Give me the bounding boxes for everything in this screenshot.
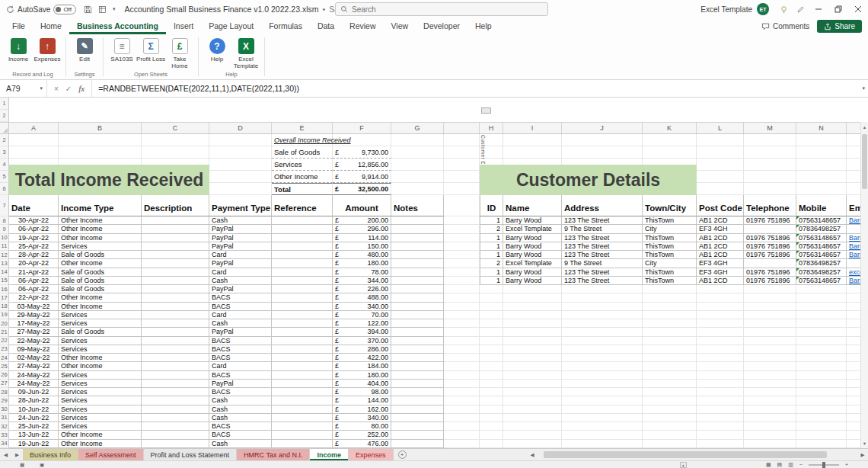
sheet-nav-left-icon[interactable]: ◀: [0, 449, 11, 460]
cell[interactable]: [744, 396, 796, 405]
cell[interactable]: 9 The Street: [562, 259, 643, 268]
cell[interactable]: 123 The Street: [562, 251, 643, 259]
cell[interactable]: [796, 159, 847, 171]
cell[interactable]: City: [643, 225, 697, 233]
cell[interactable]: [444, 159, 480, 171]
cell[interactable]: [444, 146, 480, 159]
row-header[interactable]: 6: [0, 183, 9, 195]
cell[interactable]: 21-Apr-22: [9, 268, 59, 277]
row-header[interactable]: 32: [0, 422, 9, 431]
cell[interactable]: £394.00: [333, 328, 391, 336]
cell[interactable]: [697, 159, 744, 171]
cell[interactable]: [480, 440, 503, 448]
cell[interactable]: [272, 345, 333, 354]
cell[interactable]: [391, 251, 444, 259]
cell[interactable]: [142, 388, 209, 396]
cell[interactable]: Sale of Goods: [59, 268, 142, 277]
cell[interactable]: [391, 183, 444, 195]
cell[interactable]: [444, 234, 480, 242]
cell[interactable]: ID: [480, 195, 503, 216]
cell[interactable]: £296.00: [333, 225, 391, 233]
cell[interactable]: 03-May-22: [9, 303, 59, 311]
cell[interactable]: 01976 751896: [744, 268, 796, 277]
cell[interactable]: [444, 171, 480, 183]
cell[interactable]: [391, 293, 444, 302]
cell[interactable]: [796, 319, 847, 328]
cell[interactable]: [744, 319, 796, 328]
cell[interactable]: [744, 311, 796, 319]
cell[interactable]: [480, 380, 503, 388]
cell[interactable]: Card: [209, 362, 272, 370]
cell[interactable]: Cash: [209, 319, 272, 328]
zoom-out-icon[interactable]: −: [799, 462, 803, 467]
cell[interactable]: [391, 380, 444, 388]
cell[interactable]: 123 The Street: [562, 234, 643, 242]
row-header[interactable]: 11: [0, 242, 9, 251]
cell[interactable]: [744, 328, 796, 336]
cell[interactable]: [503, 440, 562, 448]
cell[interactable]: City: [643, 259, 697, 268]
cell[interactable]: Total: [272, 183, 333, 195]
ribbon-tab-data[interactable]: Data: [310, 18, 342, 34]
cell[interactable]: 01976 751896: [744, 216, 796, 225]
cell[interactable]: [796, 371, 847, 380]
cell[interactable]: [697, 311, 744, 319]
ribbon-tab-home[interactable]: Home: [33, 18, 69, 34]
horizontal-scroll-thumb[interactable]: [544, 451, 827, 458]
status-mini-icon[interactable]: ▴: [680, 461, 687, 468]
column-header-l[interactable]: L: [697, 123, 744, 133]
cell[interactable]: £9,730.00: [333, 146, 391, 159]
macro-record-icon[interactable]: ▣: [40, 461, 44, 468]
cell[interactable]: BACS: [209, 354, 272, 362]
cell[interactable]: [744, 146, 796, 159]
cell[interactable]: 9 The Street: [562, 225, 643, 233]
cell[interactable]: [503, 303, 562, 311]
column-header-b[interactable]: B: [59, 123, 142, 133]
row-header[interactable]: 13: [0, 259, 9, 268]
cell[interactable]: [643, 337, 697, 345]
cell[interactable]: [643, 371, 697, 380]
cell[interactable]: Card: [209, 268, 272, 277]
row-header[interactable]: 5: [0, 171, 9, 183]
cell[interactable]: [643, 414, 697, 422]
cell[interactable]: [796, 362, 847, 370]
cell[interactable]: [142, 146, 209, 159]
cell[interactable]: 123 The Street: [562, 277, 643, 285]
cell[interactable]: [643, 396, 697, 405]
cell[interactable]: [643, 431, 697, 439]
sheet-tab-hmrc-tax-and-n-i[interactable]: HMRC Tax and N.I.: [237, 449, 310, 460]
accessibility-icon[interactable]: ▦: [20, 461, 24, 468]
cell[interactable]: [562, 311, 643, 319]
cell[interactable]: [272, 371, 333, 380]
ribbon-tab-insert[interactable]: Insert: [166, 18, 201, 34]
cell[interactable]: [142, 311, 209, 319]
cell[interactable]: [744, 225, 796, 233]
cell[interactable]: 07836498257: [796, 225, 847, 233]
cell[interactable]: [272, 285, 333, 293]
cell[interactable]: [697, 371, 744, 380]
cell[interactable]: 06-Apr-22: [9, 277, 59, 285]
cell[interactable]: 06-Apr-22: [9, 285, 59, 293]
cell[interactable]: Address: [562, 195, 643, 216]
cell[interactable]: 22-May-22: [9, 337, 59, 345]
cell[interactable]: £180.00: [333, 371, 391, 380]
cell[interactable]: Services: [59, 345, 142, 354]
workbook-icon[interactable]: [98, 5, 107, 14]
cell[interactable]: [480, 293, 503, 302]
cell[interactable]: £404.00: [333, 380, 391, 388]
ribbon-tab-review[interactable]: Review: [342, 18, 383, 34]
scroll-down-icon[interactable]: ▼: [861, 438, 868, 448]
cell[interactable]: [562, 285, 643, 293]
row-header[interactable]: 24: [0, 354, 9, 362]
row-header[interactable]: 1: [0, 98, 8, 110]
cell[interactable]: [503, 380, 562, 388]
cell[interactable]: ThisTown: [643, 277, 697, 285]
cell[interactable]: [272, 396, 333, 405]
cell[interactable]: [562, 396, 643, 405]
cell[interactable]: [503, 431, 562, 439]
cell[interactable]: [697, 362, 744, 370]
cell[interactable]: 123 The Street: [562, 268, 643, 277]
cell[interactable]: £340.00: [333, 414, 391, 422]
row-header[interactable]: 16: [0, 285, 9, 293]
cell[interactable]: [142, 414, 209, 422]
